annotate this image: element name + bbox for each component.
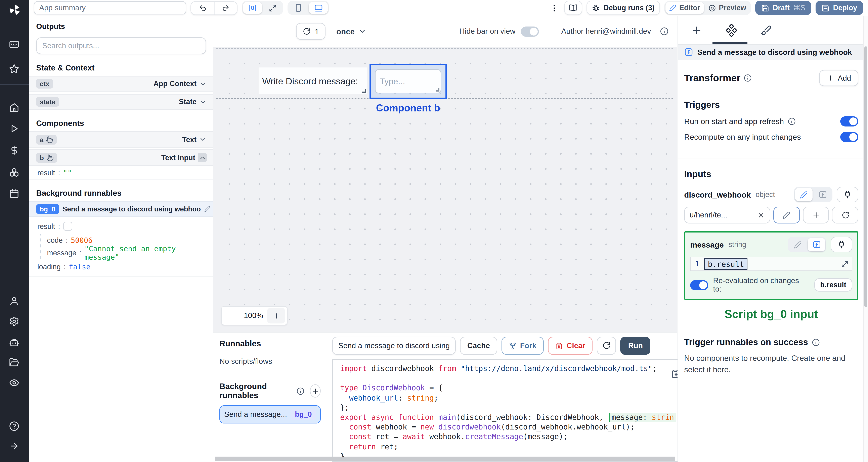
page-scrollbar[interactable] <box>863 16 868 462</box>
collapse-button[interactable]: - <box>63 222 72 231</box>
variables-icon[interactable] <box>9 145 19 156</box>
fork-icon <box>508 342 516 350</box>
schedules-icon[interactable] <box>9 189 19 199</box>
debug-runs-button[interactable]: Debug runs (3) <box>587 1 660 15</box>
add-transformer-button[interactable]: Add <box>819 70 858 86</box>
tab-styling-brush-icon[interactable] <box>761 25 772 36</box>
desktop-view-button[interactable] <box>309 2 328 14</box>
windmill-logo-icon[interactable] <box>8 3 22 17</box>
info-icon[interactable] <box>660 27 669 36</box>
chevron-down-icon[interactable] <box>199 135 207 143</box>
workers-bot-icon[interactable] <box>9 337 19 348</box>
draft-button[interactable]: Draft ⌘S <box>755 1 811 15</box>
runnable-item-name: Send a message... <box>224 410 287 419</box>
app-canvas[interactable]: Write Discord message: Type... Component… <box>213 47 677 332</box>
refresh-count-box[interactable]: 1 <box>296 23 326 40</box>
audit-eye-icon[interactable] <box>9 378 19 388</box>
deploy-button[interactable]: Deploy <box>815 1 863 15</box>
recompute-toggle[interactable] <box>840 132 858 142</box>
tab-insert-plus-icon[interactable] <box>691 25 702 36</box>
help-icon[interactable] <box>9 421 19 431</box>
kv-code-value: 50006 <box>71 236 92 244</box>
more-menu-icon[interactable] <box>550 3 559 12</box>
user-icon[interactable] <box>9 296 19 306</box>
text-input-component[interactable]: Type... <box>375 69 441 93</box>
apps-icon[interactable] <box>9 39 19 50</box>
center-layout-button[interactable] <box>243 2 262 14</box>
info-icon[interactable] <box>812 338 819 346</box>
resources-icon[interactable] <box>9 167 19 178</box>
tab-preview[interactable]: Preview <box>705 2 750 14</box>
bottom-horizontal-scrollbar[interactable] <box>215 457 675 461</box>
reload-button[interactable] <box>597 337 616 355</box>
home-icon[interactable] <box>9 102 19 113</box>
triggers-title: Triggers <box>684 99 858 110</box>
chevron-down-icon[interactable] <box>199 80 207 88</box>
text-component-a[interactable]: Write Discord message: <box>258 67 367 94</box>
reeval-toggle[interactable] <box>690 280 708 290</box>
info-icon[interactable] <box>787 118 796 125</box>
search-outputs-input[interactable] <box>36 37 206 54</box>
resource-select[interactable]: u/henri/te... <box>684 207 770 224</box>
chevron-down-icon[interactable] <box>199 98 207 106</box>
app-summary-input[interactable] <box>34 1 186 14</box>
schedule-dropdown[interactable]: once <box>336 23 367 40</box>
create-resource-button[interactable] <box>803 207 829 224</box>
code-editor[interactable]: import discordwebhook from "https://deno… <box>332 359 689 462</box>
static-mode-button[interactable] <box>795 188 812 201</box>
edit-pencil-icon[interactable] <box>204 206 210 212</box>
info-icon[interactable] <box>297 387 305 395</box>
output-row-state[interactable]: state State <box>29 94 213 110</box>
align-center-icon <box>248 4 257 12</box>
clear-x-icon[interactable] <box>757 211 765 219</box>
resize-handle[interactable] <box>436 88 439 92</box>
expand-rail-icon[interactable] <box>9 441 19 451</box>
component-row-b[interactable]: b Text Input <box>29 150 213 166</box>
info-icon[interactable] <box>744 74 752 82</box>
docs-button[interactable] <box>564 1 583 15</box>
resize-handle[interactable] <box>362 89 366 93</box>
function-icon <box>818 190 827 199</box>
eval-mode-button[interactable] <box>814 188 831 201</box>
component-row-a[interactable]: a Text <box>29 131 213 147</box>
runnable-item-bg0[interactable]: Send a message... bg_0 <box>219 405 321 424</box>
folders-icon[interactable] <box>9 357 19 367</box>
hide-bar-toggle[interactable] <box>521 26 539 37</box>
redo-button[interactable] <box>214 2 237 14</box>
clear-button[interactable]: Clear <box>548 337 593 355</box>
fork-button[interactable]: Fork <box>501 337 544 355</box>
preview-label: Preview <box>719 4 746 12</box>
edit-resource-button[interactable] <box>773 207 800 224</box>
reeval-target-pill[interactable]: b.result <box>814 278 852 292</box>
connect-plug-button[interactable] <box>837 187 858 202</box>
chevron-up-icon[interactable] <box>199 154 206 161</box>
zoom-in-button[interactable] <box>267 308 285 324</box>
connect-plug-button[interactable] <box>831 237 852 253</box>
settings-gear-icon[interactable] <box>9 316 19 327</box>
undo-button[interactable] <box>191 2 214 14</box>
add-runnable-button[interactable] <box>310 384 321 398</box>
fullscreen-button[interactable] <box>263 2 282 14</box>
script-name-input[interactable] <box>332 337 456 355</box>
static-mode-button[interactable] <box>789 238 807 251</box>
bg-runnable-row[interactable]: bg_0 Send a message to discord using web… <box>29 201 213 217</box>
run-on-start-toggle[interactable] <box>840 116 858 127</box>
tab-editor[interactable]: Editor <box>665 2 704 14</box>
pointer-icon <box>46 136 53 143</box>
message-input-group: message string 1 b.result Re-evaluated o… <box>684 231 858 300</box>
expression-editor[interactable]: 1 b.result <box>690 257 852 271</box>
output-row-ctx[interactable]: ctx App Context <box>29 76 213 92</box>
run-button[interactable]: Run <box>620 337 651 355</box>
refresh-resource-button[interactable] <box>832 207 858 224</box>
cache-button[interactable]: Cache <box>460 337 497 355</box>
zoom-out-button[interactable] <box>222 308 240 324</box>
runs-icon[interactable] <box>9 124 19 134</box>
component-a-key: a <box>40 136 43 143</box>
eval-mode-button[interactable] <box>808 238 825 251</box>
expand-icon[interactable] <box>841 260 849 268</box>
favorites-star-icon[interactable] <box>9 64 19 74</box>
mobile-view-button[interactable] <box>289 2 308 14</box>
refresh-icon <box>303 28 310 35</box>
tab-settings-diamonds-icon[interactable] <box>725 24 738 37</box>
selected-component-b[interactable]: Type... <box>370 64 447 99</box>
